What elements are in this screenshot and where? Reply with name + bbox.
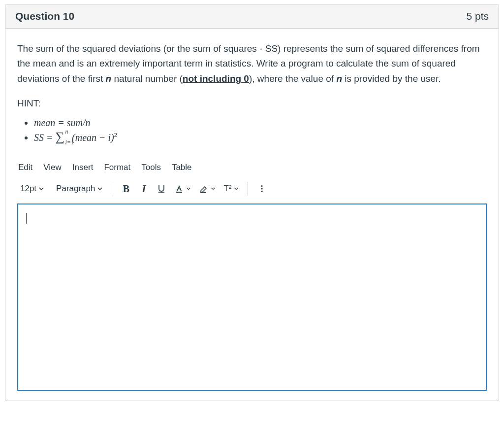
chevron-down-icon (211, 186, 216, 191)
toolbar-separator (112, 182, 112, 196)
question-header: Question 10 5 pts (5, 4, 499, 29)
chevron-down-icon (234, 186, 239, 191)
text-cursor (26, 213, 27, 224)
more-button[interactable] (254, 181, 270, 197)
svg-rect-2 (200, 192, 206, 193)
menu-format[interactable]: Format (104, 161, 130, 174)
formula-mean: mean = sum/n (34, 115, 487, 130)
prompt-var-n2: n (336, 73, 342, 84)
question-title: Question 10 (15, 10, 74, 22)
more-vertical-icon (257, 184, 266, 193)
sigma-icon: n∑i=1 (56, 130, 65, 145)
italic-button[interactable]: I (136, 181, 152, 197)
formula-ss: SS = n∑i=1 (mean − i)2 (34, 130, 487, 145)
prompt-underlined: not including 0 (183, 73, 249, 84)
ss-rhs: (mean − i) (72, 132, 114, 143)
svg-rect-1 (176, 192, 182, 193)
superscript-icon: T² (223, 182, 231, 195)
question-body: The sum of the squared deviations (or th… (5, 29, 499, 401)
menu-edit[interactable]: Edit (18, 161, 32, 174)
font-size-dropdown[interactable]: 12pt (17, 181, 47, 197)
hint-label: HINT: (17, 96, 487, 111)
svg-point-3 (261, 185, 262, 187)
menu-insert[interactable]: Insert (72, 161, 94, 174)
sigma-upper: n (65, 127, 68, 136)
svg-point-4 (261, 188, 262, 189)
editor-textarea[interactable] (17, 204, 487, 391)
bold-button[interactable]: B (118, 181, 134, 197)
chevron-down-icon (38, 186, 44, 192)
menu-table[interactable]: Table (172, 161, 192, 174)
menu-tools[interactable]: Tools (141, 161, 161, 174)
prompt-var-n1: n (106, 73, 112, 84)
question-prompt: The sum of the squared deviations (or th… (17, 41, 487, 86)
highlight-icon (199, 184, 209, 194)
prompt-text-c: ), where the value of (249, 73, 336, 84)
text-color-button[interactable] (171, 181, 194, 197)
italic-icon: I (142, 181, 146, 197)
chevron-down-icon (186, 186, 191, 191)
question-card: Question 10 5 pts The sum of the squared… (5, 4, 499, 401)
chevron-down-icon (97, 186, 103, 192)
underline-icon (157, 184, 166, 194)
prompt-text-d: is provided by the user. (342, 73, 441, 84)
svg-point-5 (261, 191, 262, 192)
font-size-label: 12pt (20, 182, 36, 195)
formula-list: mean = sum/n SS = n∑i=1 (mean − i)2 (17, 115, 487, 145)
prompt-text-b: natural number ( (111, 73, 183, 84)
editor-toolbar: 12pt Paragraph B I (17, 179, 487, 204)
toolbar-separator (248, 182, 248, 196)
ss-lhs: SS = (34, 132, 56, 143)
highlight-color-button[interactable] (196, 181, 219, 197)
bold-icon: B (123, 181, 129, 197)
sigma-lower: i=1 (65, 138, 74, 147)
block-format-label: Paragraph (56, 182, 95, 195)
underline-button[interactable] (154, 181, 169, 197)
rich-text-editor: Edit View Insert Format Tools Table 12pt… (17, 159, 487, 391)
block-format-dropdown[interactable]: Paragraph (53, 181, 106, 197)
ss-exp: 2 (114, 131, 118, 138)
menu-view[interactable]: View (43, 161, 62, 174)
question-points: 5 pts (466, 10, 489, 22)
editor-menu-bar: Edit View Insert Format Tools Table (17, 159, 487, 179)
text-color-icon (174, 184, 184, 194)
superscript-button[interactable]: T² (220, 181, 241, 197)
